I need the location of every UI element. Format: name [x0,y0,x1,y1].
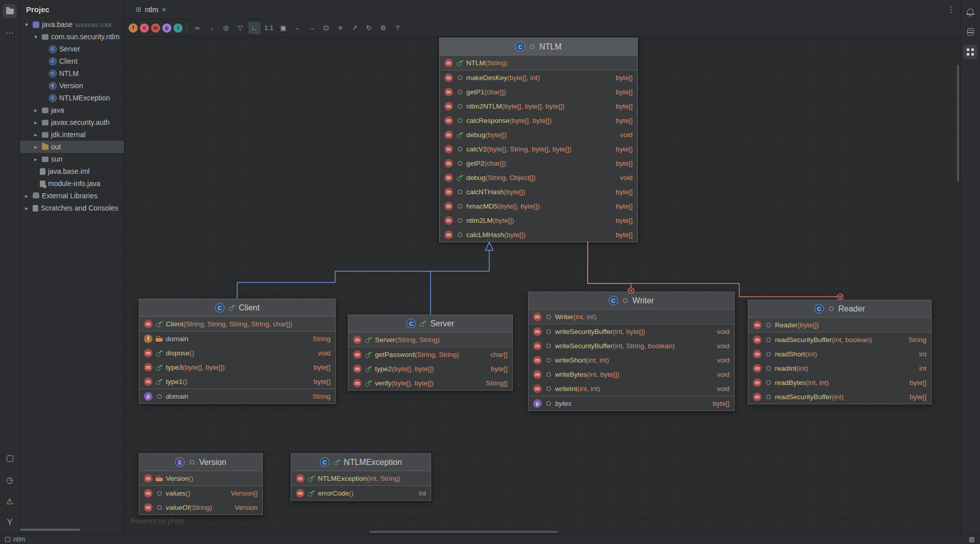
layout-right-button[interactable]: → [306,22,318,34]
toggle-properties-button[interactable]: p [162,23,171,33]
member-writebytes[interactable]: mwriteBytes(int, byte[])void [529,367,734,381]
member-reader[interactable]: mReader(byte[]) [748,318,931,332]
class-header[interactable]: CNTLM [440,38,637,56]
help-button[interactable]: ? [391,22,404,34]
chevron-right-icon[interactable]: ▸ [23,193,30,199]
layout-left-button[interactable]: ← [291,22,304,34]
canvas-horizontal-scrollbar[interactable] [369,531,558,533]
tree-item-sun[interactable]: ▸sun [20,153,124,165]
class-node-ntlm[interactable]: CNTLMmNTLM(String)mmakeDesKey(byte[], in… [439,38,638,242]
tree-item-javax-security-auth[interactable]: ▸javax.security.auth [20,116,124,128]
member-server[interactable]: mServer(String, String) [348,332,512,347]
toggle-methods-button[interactable]: m [151,23,160,33]
tree-item-version[interactable]: EVersion [20,80,124,92]
tree-item-out[interactable]: ▸out [20,141,124,153]
tree-item-scratches-and-consoles[interactable]: ▸Scratches and Consoles [20,202,124,214]
chevron-right-icon[interactable]: ▸ [32,119,39,126]
edge-layout-button[interactable]: ∟ [248,22,261,34]
class-node-reader[interactable]: CReadermReader(byte[])mreadSecurityBuffe… [748,300,932,404]
member-debug[interactable]: mdebug(byte[])void [440,127,637,142]
tab-ntlm[interactable]: ⊞ ntlm × [130,0,172,19]
member-readsecuritybuffer[interactable]: mreadSecurityBuffer(int)byte[] [748,390,931,404]
tree-item-jdk-internal[interactable]: ▸jdk.internal [20,128,124,141]
kebab-menu-icon[interactable]: ⋮ [947,5,955,14]
member-calcv2[interactable]: mcalcV2(byte[], String, byte[], byte[])b… [440,142,637,156]
class-header[interactable]: CServer [348,315,512,332]
class-node-server[interactable]: CServermServer(String, String)mgetPasswo… [348,315,513,391]
version-control-tool-button[interactable]: Y [3,515,17,530]
member-ntlm2lm[interactable]: mntlm2LM(byte[])byte[] [440,213,637,227]
toggle-constructors-button[interactable]: c [140,23,149,33]
member-readint[interactable]: mreadInt(int)int [748,361,931,375]
chevron-right-icon[interactable]: ▸ [32,156,39,163]
close-icon[interactable]: × [162,5,166,14]
member-type3[interactable]: mtype3(byte[], byte[])byte[] [139,360,335,374]
tree-item-module-info-java[interactable]: module-info.java [20,177,124,190]
chevron-down-icon[interactable]: ▾ [23,21,30,28]
class-header[interactable]: CClient [139,299,335,317]
chevron-right-icon[interactable]: ▸ [32,144,39,150]
member-readsecuritybuffer[interactable]: mreadSecurityBuffer(int, boolean)String [748,332,931,347]
class-node-ntlmexception[interactable]: CNTLMExceptionmNTLMException(int, String… [291,453,431,501]
member-readbytes[interactable]: mreadBytes(int, int)byte[] [748,375,931,390]
member-writeshort[interactable]: mwriteShort(int, int)void [529,353,734,367]
member-writesecuritybuffer[interactable]: mwriteSecurityBuffer(int, String, boolea… [529,339,734,353]
zoom-select-button[interactable]: ◎ [220,22,232,34]
member-ntlm[interactable]: mNTLM(String) [440,56,637,70]
member-readshort[interactable]: mreadShort(int)int [748,347,931,361]
member-type1[interactable]: mtype1()byte[] [139,374,335,388]
project-horizontal-scrollbar[interactable] [20,529,80,531]
member-domain[interactable]: fdomainString [139,331,335,346]
filter-button[interactable]: ▽ [234,22,246,34]
chevron-right-icon[interactable]: ▸ [23,205,30,212]
chevron-right-icon[interactable]: ▸ [32,132,39,138]
member-getp1[interactable]: mgetP1(char[])byte[] [440,85,637,99]
member-calcnthash[interactable]: mcalcNTHash(byte[])byte[] [440,185,637,199]
member-type2[interactable]: mtype2(byte[], byte[])byte[] [348,361,512,376]
member-writeint[interactable]: mwriteInt(int, int)void [529,381,734,396]
canvas-vertical-scrollbar[interactable] [957,65,959,182]
layout-icon[interactable]: ▦ [969,535,975,543]
member-valueof[interactable]: mvalueOf(String)Version [139,500,262,514]
toggle-fields-button[interactable]: f [129,23,138,33]
database-tool-button[interactable] [963,24,977,39]
actual-size-button[interactable]: 1:1 [263,22,275,34]
project-tool-button[interactable] [3,4,17,18]
member-version[interactable]: mVersion() [139,471,262,485]
tree-item-server[interactable]: CServer [20,43,124,55]
class-node-client[interactable]: CClientmClient(String, String, String, S… [139,299,336,404]
tree-item-java-base-iml[interactable]: java.base.iml [20,165,124,177]
export-diagram-button[interactable]: ↗ [348,22,361,34]
member-getpassword[interactable]: mgetPassword(String, String)char[] [348,347,512,361]
member-ntlmexception[interactable]: mNTLMException(int, String) [291,471,431,485]
member-client[interactable]: mClient(String, String, String, String, … [139,317,335,331]
tree-item-ntlm[interactable]: CNTLM [20,67,124,80]
member-debug[interactable]: mdebug(String, Object[])void [440,170,637,185]
class-node-version[interactable]: EVersionmVersion()mvalues()Version[]mval… [139,453,263,515]
problems-tool-button[interactable]: ⚠ [3,494,17,508]
member-hmacmd5[interactable]: mhmacMD5(byte[], byte[])byte[] [440,199,637,213]
tree-item-ntlmexception[interactable]: CNTLMException [20,92,124,104]
member-writer[interactable]: mWriter(int, int) [529,309,734,324]
diagram-tool-button[interactable] [963,45,977,59]
tree-item-com-sun-security-ntlm[interactable]: ▾com.sun.security.ntlm [20,31,124,43]
show-dependencies-button[interactable]: ∞ [191,22,204,34]
member-ntlm2ntlm[interactable]: mntlm2NTLM(byte[], byte[], byte[])byte[] [440,99,637,113]
member-calclmhash[interactable]: mcalcLMHash(byte[])byte[] [440,227,637,242]
refresh-button[interactable]: ↻ [363,22,375,34]
diagram-canvas[interactable]: Powered by yFiles CNTLMmNTLM(String)mmak… [124,37,960,534]
commit-tool-button[interactable] [3,451,17,465]
status-module[interactable]: ntlm [13,536,26,543]
class-header[interactable]: CReader [748,300,931,318]
class-header[interactable]: CWriter [529,292,734,309]
member-calcresponse[interactable]: mcalcResponse(byte[], byte[])byte[] [440,113,637,127]
chevron-right-icon[interactable]: ▸ [32,107,39,114]
member-domain[interactable]: pdomainString [139,389,335,403]
tree-item-java[interactable]: ▸java [20,104,124,116]
fit-content-button[interactable]: ▣ [277,22,289,34]
member-getp2[interactable]: mgetP2(char[])byte[] [440,156,637,170]
class-node-writer[interactable]: CWritermWriter(int, int)mwriteSecurityBu… [528,292,735,411]
notifications-button[interactable] [963,4,977,18]
member-makedeskey[interactable]: mmakeDesKey(byte[], int)byte[] [440,70,637,85]
class-header[interactable]: EVersion [139,454,262,471]
